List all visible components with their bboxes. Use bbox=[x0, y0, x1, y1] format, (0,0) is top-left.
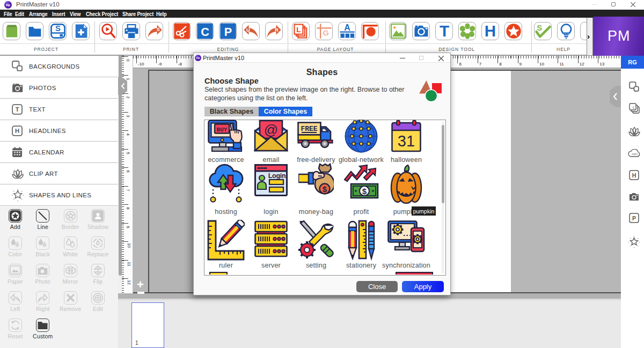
svg-text:P: P bbox=[224, 25, 231, 39]
svg-text:G: G bbox=[323, 29, 329, 37]
svg-text:H: H bbox=[15, 128, 19, 134]
svg-text:L: L bbox=[296, 26, 301, 34]
svg-text:R: R bbox=[275, 27, 279, 33]
svg-text:P: P bbox=[632, 215, 636, 221]
svg-text:A: A bbox=[344, 23, 350, 32]
svg-text:$: $ bbox=[362, 187, 367, 196]
svg-text:U: U bbox=[246, 27, 250, 33]
svg-text:FREE: FREE bbox=[301, 125, 317, 133]
svg-text:BUY: BUY bbox=[217, 127, 228, 133]
svg-text:31: 31 bbox=[398, 132, 415, 150]
svg-text:C: C bbox=[201, 25, 209, 39]
svg-text:.com: .com bbox=[631, 152, 638, 156]
svg-text:S: S bbox=[537, 24, 542, 32]
svg-text:Login: Login bbox=[268, 172, 286, 180]
svg-text:T: T bbox=[16, 106, 19, 113]
svg-text:S: S bbox=[156, 27, 159, 32]
svg-text:H: H bbox=[632, 172, 636, 179]
svg-text:L: L bbox=[633, 106, 635, 109]
svg-text:$: $ bbox=[323, 184, 327, 194]
svg-text:S: S bbox=[55, 24, 61, 33]
svg-text:PM: PM bbox=[196, 57, 200, 60]
svg-text:PM: PM bbox=[6, 4, 10, 7]
svg-text:@: @ bbox=[264, 122, 278, 138]
